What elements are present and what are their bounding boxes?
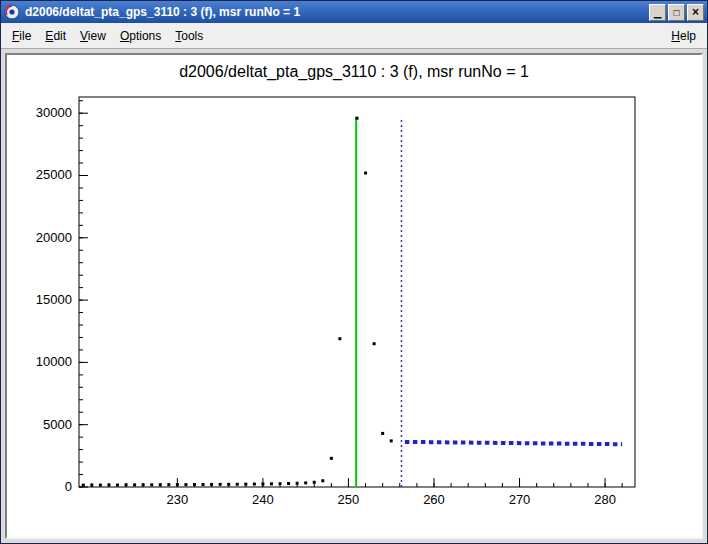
menu-help-label: elp	[680, 29, 696, 43]
data-point	[330, 457, 333, 460]
data-point	[193, 483, 196, 486]
data-point	[304, 481, 307, 484]
y-tick-label: 25000	[36, 167, 72, 182]
data-point	[364, 172, 367, 175]
menu-file-label: ile	[19, 29, 31, 43]
data-point	[150, 483, 153, 486]
menu-help-accel: H	[671, 29, 680, 43]
y-tick-label: 5000	[43, 417, 72, 432]
data-point	[133, 483, 136, 486]
data-point	[321, 479, 324, 482]
y-tick-label: 20000	[36, 230, 72, 245]
window-title: d2006/deltat_pta_gps_3110 : 3 (f), msr r…	[25, 5, 644, 19]
data-point	[159, 483, 162, 486]
menu-options-label: ptions	[129, 29, 161, 43]
menu-tools-label: ools	[181, 29, 203, 43]
window-controls: ▁ □ ×	[649, 4, 704, 21]
data-point	[125, 483, 128, 486]
data-point	[270, 482, 273, 485]
data-point	[287, 482, 290, 485]
plateau-series	[405, 442, 622, 444]
data-point	[167, 483, 170, 486]
data-point	[338, 337, 341, 340]
x-tick-label: 250	[338, 492, 360, 507]
menu-bar: File Edit View Options Tools Help	[1, 23, 707, 49]
menu-file[interactable]: File	[5, 25, 38, 47]
data-point	[176, 483, 179, 486]
menu-tools[interactable]: Tools	[168, 25, 210, 47]
menu-options-accel: O	[120, 29, 129, 43]
plot-canvas[interactable]: d2006/deltat_pta_gps_3110 : 3 (f), msr r…	[5, 53, 703, 539]
maximize-button[interactable]: □	[668, 4, 685, 21]
menu-view-accel: V	[80, 29, 88, 43]
menu-view-label: iew	[88, 29, 106, 43]
data-point	[219, 483, 222, 486]
data-point	[116, 484, 119, 487]
data-point	[99, 484, 102, 487]
menu-edit-label: dit	[53, 29, 66, 43]
data-point	[210, 483, 213, 486]
x-tick-label: 230	[167, 492, 189, 507]
app-window: d2006/deltat_pta_gps_3110 : 3 (f), msr r…	[0, 0, 708, 544]
data-point	[279, 482, 282, 485]
data-point	[381, 432, 384, 435]
data-point	[261, 482, 264, 485]
data-point	[236, 483, 239, 486]
y-tick-label: 30000	[36, 105, 72, 120]
data-point	[296, 482, 299, 485]
menu-help[interactable]: Help	[664, 25, 703, 47]
app-icon	[4, 4, 20, 20]
close-button[interactable]: ×	[687, 4, 704, 21]
data-point	[90, 484, 93, 487]
data-point	[373, 342, 376, 345]
y-tick-label: 0	[65, 479, 72, 494]
title-bar[interactable]: d2006/deltat_pta_gps_3110 : 3 (f), msr r…	[1, 1, 707, 23]
y-tick-label: 15000	[36, 292, 72, 307]
canvas-area: d2006/deltat_pta_gps_3110 : 3 (f), msr r…	[1, 49, 707, 543]
x-tick-label: 260	[423, 492, 445, 507]
menu-options[interactable]: Options	[113, 25, 168, 47]
x-tick-label: 280	[594, 492, 616, 507]
data-point	[390, 439, 393, 442]
data-point	[184, 483, 187, 486]
data-point	[313, 481, 316, 484]
data-point	[244, 483, 247, 486]
menu-edit[interactable]: Edit	[38, 25, 73, 47]
data-point	[107, 484, 110, 487]
chart-svg[interactable]: 2302402502602702800500010000150002000025…	[7, 55, 701, 537]
data-point	[142, 483, 145, 486]
data-point	[356, 117, 359, 120]
menu-view[interactable]: View	[73, 25, 113, 47]
data-point	[253, 483, 256, 486]
x-tick-label: 270	[509, 492, 531, 507]
data-point	[202, 483, 205, 486]
data-point	[82, 484, 85, 487]
x-tick-label: 240	[252, 492, 274, 507]
data-point	[227, 483, 230, 486]
minimize-button[interactable]: ▁	[649, 4, 666, 21]
y-tick-label: 10000	[36, 354, 72, 369]
